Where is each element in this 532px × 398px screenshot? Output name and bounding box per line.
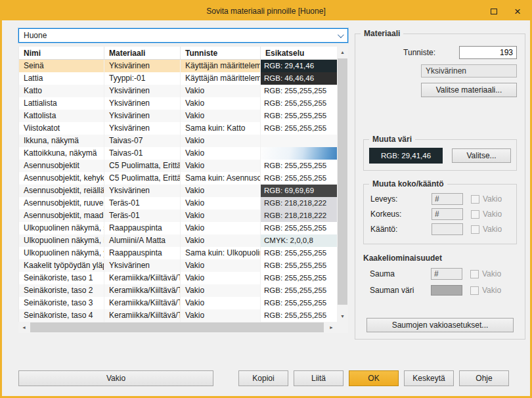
maximize-icon <box>491 9 497 14</box>
table-cell: Seinäkoriste, taso 3 <box>19 297 104 309</box>
table-row[interactable]: Asennusobjektit, reiälläYksivärinenVakio… <box>19 185 337 197</box>
dialog-body: Huone Nimi Materiaali Tunniste Esikatsel… <box>2 20 530 365</box>
valitse-color-button[interactable]: Valitse... <box>452 148 511 163</box>
leveys-input[interactable] <box>432 193 463 205</box>
table-cell: Seinä <box>19 60 104 72</box>
table-cell: Sama kuin: Katto <box>181 122 261 135</box>
table-row[interactable]: Ulkopuolinen näkymä, iklAlumiini/A Matta… <box>19 234 337 247</box>
column-header-materiaali[interactable]: Materiaali <box>104 47 181 59</box>
table-body: SeinäYksivärinenKäyttäjän määrittelemäRG… <box>19 60 337 322</box>
ok-button[interactable]: OK <box>349 370 399 386</box>
korkeus-vakio-checkbox[interactable] <box>471 210 479 219</box>
preview-swatch <box>261 147 337 160</box>
room-combobox[interactable]: Huone <box>18 28 348 43</box>
preview-swatch: RGB: 255,255,255 <box>261 247 337 259</box>
korkeus-vakio-check: Vakio <box>471 210 502 219</box>
sauman-vari-label: Sauman väri <box>370 286 431 295</box>
column-header-tunniste[interactable]: Tunniste <box>181 47 261 59</box>
chevron-down-icon[interactable] <box>334 33 345 38</box>
muuta-vari-group-label: Muuta väri <box>369 135 415 144</box>
surface-list-section: Huone Nimi Materiaali Tunniste Esikatsel… <box>18 28 348 333</box>
table-row[interactable]: Seinäkoriste, taso 1Keramiikka/Kiiltävä/… <box>19 272 337 284</box>
kaanto-input[interactable] <box>432 223 463 235</box>
table-row[interactable]: Ikkuna, näkymäTaivas-07Vakio <box>19 135 337 147</box>
column-header-nimi[interactable]: Nimi <box>19 47 104 59</box>
table-row[interactable]: Kaakelit työpöydän yläpuYksivärinenVakio… <box>19 259 337 272</box>
sauman-vari-vakio-checkbox[interactable] <box>470 286 479 295</box>
dialog-window: Sovita materiaali pinnoille [Huone] × Hu… <box>0 0 532 398</box>
table-cell: Vakio <box>181 197 261 210</box>
table-row[interactable]: Asennusobjektit, maadoiTeräs-01VakioRGB:… <box>19 210 337 222</box>
table-row[interactable]: SeinäYksivärinenKäyttäjän määrittelemäRG… <box>19 60 337 72</box>
horizontal-scrollbar-thumb[interactable] <box>30 322 324 332</box>
preview-swatch: RGB: 255,255,255 <box>261 160 337 172</box>
horizontal-scrollbar[interactable]: ◄ ► <box>18 322 337 333</box>
scroll-right-icon[interactable]: ► <box>326 322 337 333</box>
table-row[interactable]: LattiaTyyppi:-01Käyttäjän määrittelemäRG… <box>19 72 337 85</box>
table-cell: Raappauspinta <box>104 222 181 234</box>
table-cell: Yksivärinen <box>104 185 181 197</box>
table-cell: Vakio <box>181 210 261 222</box>
table-row[interactable]: Seinäkoriste, taso 2Keramiikka/Kiiltävä/… <box>19 284 337 297</box>
vakio-button[interactable]: Vakio <box>18 370 213 386</box>
table-cell: Seinäkoriste, taso 4 <box>19 309 104 322</box>
sauma-input[interactable] <box>431 268 462 280</box>
table-cell: Kattoikkuna, näkymä <box>19 147 104 160</box>
vertical-scrollbar-thumb[interactable] <box>338 58 347 305</box>
keskeyta-button[interactable]: Keskeytä <box>404 370 454 386</box>
title-bar: Sovita materiaali pinnoille [Huone] × <box>2 2 530 20</box>
ohje-button[interactable]: Ohje <box>459 370 509 386</box>
sauman-vari-swatch[interactable] <box>431 285 462 296</box>
surface-table-inner: Nimi Materiaali Tunniste Esikatselu Sein… <box>18 47 337 322</box>
table-row[interactable]: Ulkopuolinen näkymä, yläRaappauspintaSam… <box>19 247 337 259</box>
materiaali-group-label: Materiaali <box>361 29 403 38</box>
table-cell: Ulkopuolinen näkymä, ikl <box>19 234 104 247</box>
scroll-up-icon[interactable]: ▲ <box>337 47 348 58</box>
preview-swatch: RGB: 255,255,255 <box>261 85 337 97</box>
room-combobox-value: Huone <box>24 31 334 40</box>
saumojen-vakioasetukset-button[interactable]: Saumojen vakioasetukset... <box>366 318 514 332</box>
table-cell: Teräs-01 <box>104 210 181 222</box>
scroll-down-icon[interactable]: ▼ <box>337 311 348 322</box>
table-cell: Teräs-01 <box>104 197 181 210</box>
sauma-vakio-checkbox[interactable] <box>470 270 479 278</box>
table-row[interactable]: Kattoikkuna, näkymäTaivas-01Vakio <box>19 147 337 160</box>
kaanto-vakio-checkbox[interactable] <box>471 225 479 234</box>
vertical-scrollbar[interactable]: ▲ ▼ <box>337 47 348 322</box>
kaakeli-section-label: Kaakeliominaisuudet <box>363 254 517 263</box>
kopioi-button[interactable]: Kopioi <box>238 370 288 386</box>
sauman-vari-vakio-check: Vakio <box>470 286 501 295</box>
table-row[interactable]: Seinäkoriste, taso 3Keramiikka/Kiiltävä/… <box>19 297 337 309</box>
table-cell: Vakio <box>181 234 261 247</box>
muuta-vari-groupbox: Muuta väri RGB: 29,41,46 Valitse... <box>363 139 517 171</box>
table-row[interactable]: KattolistaYksivärinenVakioRGB: 255,255,2… <box>19 110 337 122</box>
tunniste-input[interactable] <box>459 46 517 59</box>
muuta-koko-group-label: Muuta koko/kääntö <box>369 179 447 188</box>
material-panel: Materiaali Tunniste: Yksivärinen Valitse… <box>355 28 525 340</box>
materiaali-groupbox: Materiaali Tunniste: Yksivärinen Valitse… <box>355 33 525 340</box>
table-cell: Ulkopuolinen näkymä, ylä <box>19 247 104 259</box>
maximize-button[interactable] <box>487 4 501 18</box>
table-cell: Yksivärinen <box>104 60 181 72</box>
korkeus-input[interactable] <box>432 208 463 220</box>
close-button[interactable]: × <box>510 4 525 18</box>
table-row[interactable]: AsennusobjektitC5 Puolimatta, Erittäin p… <box>19 160 337 172</box>
table-row[interactable]: LattialistaYksivärinenVakioRGB: 255,255,… <box>19 97 337 110</box>
table-row[interactable]: KattoYksivärinenVakioRGB: 255,255,255 <box>19 85 337 97</box>
table-cell: Yksivärinen <box>104 97 181 110</box>
table-row[interactable]: Asennusobjektit, kehykseC5 Puolimatta, E… <box>19 172 337 185</box>
liita-button[interactable]: Liitä <box>294 370 344 386</box>
preview-swatch: RGB: 255,255,255 <box>261 309 337 322</box>
window-title: Sovita materiaali pinnoille [Huone] <box>206 7 325 16</box>
scroll-left-icon[interactable]: ◄ <box>18 322 30 333</box>
column-header-esikatselu[interactable]: Esikatselu <box>261 47 337 59</box>
table-row[interactable]: ViistokatotYksivärinenSama kuin: KattoRG… <box>19 122 337 135</box>
preview-swatch: RGB: 218,218,222 <box>261 197 337 210</box>
table-cell: Vakio <box>181 185 261 197</box>
table-cell: Asennusobjektit <box>19 160 104 172</box>
table-row[interactable]: Asennusobjektit, ruuveillTeräs-01VakioRG… <box>19 197 337 210</box>
valitse-materiaali-button[interactable]: Valitse materiaali... <box>421 83 517 97</box>
table-row[interactable]: Ulkopuolinen näkymä, sivRaappauspintaVak… <box>19 222 337 234</box>
leveys-vakio-checkbox[interactable] <box>471 195 479 204</box>
table-row[interactable]: Seinäkoriste, taso 4Keramiikka/Kiiltävä/… <box>19 309 337 322</box>
